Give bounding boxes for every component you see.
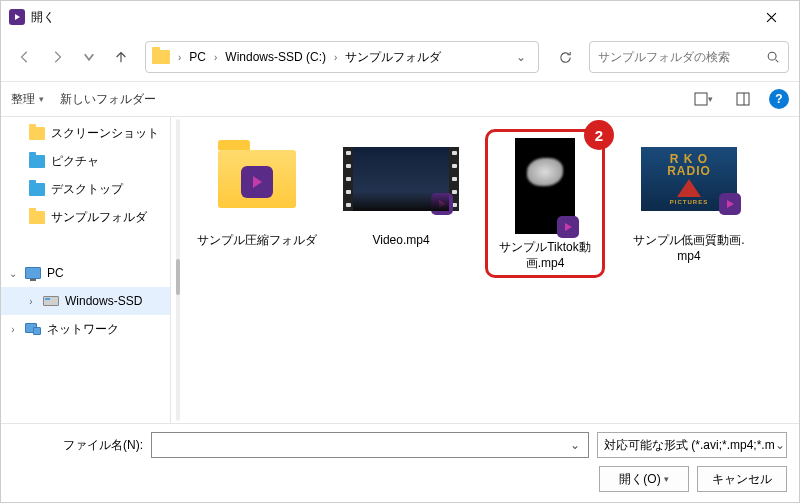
thumb-text: PICTURES — [670, 199, 708, 205]
up-button[interactable] — [107, 43, 135, 71]
recent-dropdown[interactable] — [75, 43, 103, 71]
arrow-left-icon — [18, 50, 32, 64]
cancel-button[interactable]: キャンセル — [697, 466, 787, 492]
expand-icon[interactable]: › — [7, 324, 19, 335]
file-tile-video[interactable]: Video.mp4 — [341, 129, 461, 249]
chevron-down-icon: ▾ — [39, 94, 44, 104]
expand-icon[interactable]: ⌄ — [7, 268, 19, 279]
sidebar-item-label: スクリーンショット — [51, 125, 159, 142]
sidebar-item-screenshots[interactable]: スクリーンショット — [1, 119, 170, 147]
file-pane[interactable]: サンプル圧縮フォルダ Video.mp4 2 サンプルTiktok動画.mp4 … — [171, 117, 799, 423]
help-icon: ? — [775, 92, 782, 106]
sidebar-item-network[interactable]: ›ネットワーク — [1, 315, 170, 343]
organize-label: 整理 — [11, 91, 35, 108]
thumb-text: RADIO — [667, 165, 711, 177]
help-button[interactable]: ? — [769, 89, 789, 109]
filename-input[interactable] — [156, 438, 566, 452]
svg-rect-2 — [737, 93, 749, 105]
main-area: スクリーンショット ピクチャ デスクトップ サンプルフォルダ ⌄PC ›Wind… — [1, 117, 799, 423]
svg-point-0 — [768, 52, 776, 60]
expand-icon[interactable]: › — [25, 296, 37, 307]
sidebar-item-label: サンプルフォルダ — [51, 209, 147, 226]
scrollbar-thumb[interactable] — [176, 259, 180, 295]
close-button[interactable] — [751, 3, 791, 31]
sidebar-item-windows-ssd[interactable]: ›Windows-SSD — [1, 287, 170, 315]
view-mode-button[interactable]: ▾ — [689, 85, 717, 113]
search-box[interactable] — [589, 41, 789, 73]
back-button[interactable] — [11, 43, 39, 71]
pc-icon — [25, 267, 41, 279]
footer: ファイル名(N): ⌄ 対応可能な形式 (*.avi;*.mp4;*.m ⌄ 開… — [1, 423, 799, 502]
drive-icon — [43, 296, 59, 306]
refresh-icon — [558, 50, 573, 65]
play-icon — [719, 193, 741, 215]
file-tile-lowres[interactable]: R K O RADIO PICTURES サンプル低画質動画.mp4 — [629, 129, 749, 264]
breadcrumb-seg-folder[interactable]: サンプルフォルダ — [341, 47, 445, 68]
nav-bar: › PC › Windows-SSD (C:) › サンプルフォルダ ⌄ — [1, 33, 799, 81]
app-icon — [9, 9, 25, 25]
sidebar-item-label: ピクチャ — [51, 153, 99, 170]
file-label: Video.mp4 — [341, 233, 461, 249]
video-thumbnail: R K O RADIO PICTURES — [641, 147, 737, 211]
filter-label: 対応可能な形式 (*.avi;*.mp4;*.m — [604, 437, 775, 454]
breadcrumb-dropdown[interactable]: ⌄ — [510, 50, 532, 64]
file-label: サンプル圧縮フォルダ — [197, 233, 317, 249]
folder-icon — [152, 50, 170, 64]
sidebar-item-sample-folder[interactable]: サンプルフォルダ — [1, 203, 170, 231]
file-label: サンプル低画質動画.mp4 — [629, 233, 749, 264]
preview-pane-button[interactable] — [729, 85, 757, 113]
sidebar-item-pictures[interactable]: ピクチャ — [1, 147, 170, 175]
sidebar: スクリーンショット ピクチャ デスクトップ サンプルフォルダ ⌄PC ›Wind… — [1, 117, 171, 423]
play-icon — [241, 166, 273, 198]
window-title: 開く — [31, 9, 55, 26]
search-icon — [766, 50, 780, 64]
open-label: 開く(O) — [619, 471, 660, 488]
network-icon — [25, 323, 41, 335]
breadcrumb[interactable]: › PC › Windows-SSD (C:) › サンプルフォルダ ⌄ — [145, 41, 539, 73]
folder-icon — [29, 127, 45, 140]
chevron-down-icon: ▾ — [708, 94, 713, 104]
open-button[interactable]: 開く(O)▾ — [599, 466, 689, 492]
svg-rect-1 — [695, 93, 707, 105]
chevron-right-icon: › — [176, 52, 183, 63]
chevron-down-icon: ⌄ — [775, 438, 785, 452]
arrow-right-icon — [50, 50, 64, 64]
folder-icon — [29, 211, 45, 224]
sidebar-item-label: デスクトップ — [51, 181, 123, 198]
cancel-label: キャンセル — [712, 471, 772, 488]
chevron-right-icon: › — [332, 52, 339, 63]
titlebar: 開く — [1, 1, 799, 33]
view-icon — [694, 92, 708, 106]
breadcrumb-seg-drive[interactable]: Windows-SSD (C:) — [221, 48, 330, 66]
file-tile-folder[interactable]: サンプル圧縮フォルダ — [197, 129, 317, 249]
sidebar-item-label: ネットワーク — [47, 321, 119, 338]
chevron-down-icon — [82, 50, 96, 64]
file-label: サンプルTiktok動画.mp4 — [492, 240, 598, 271]
forward-button[interactable] — [43, 43, 71, 71]
breadcrumb-seg-pc[interactable]: PC — [185, 48, 210, 66]
sidebar-item-pc[interactable]: ⌄PC — [1, 259, 170, 287]
pane-icon — [736, 92, 750, 106]
video-thumbnail — [353, 147, 449, 211]
sidebar-item-label: PC — [47, 266, 64, 280]
play-icon — [431, 193, 453, 215]
file-type-filter[interactable]: 対応可能な形式 (*.avi;*.mp4;*.m ⌄ — [597, 432, 787, 458]
filmstrip-icon — [343, 147, 353, 211]
new-folder-button[interactable]: 新しいフォルダー — [60, 91, 156, 108]
file-tile-tiktok[interactable]: 2 サンプルTiktok動画.mp4 — [485, 129, 605, 278]
search-input[interactable] — [598, 50, 766, 64]
sidebar-item-label: Windows-SSD — [65, 294, 142, 308]
close-icon — [766, 12, 777, 23]
triangle-icon — [677, 179, 701, 197]
organize-menu[interactable]: 整理 ▾ — [11, 91, 44, 108]
chevron-down-icon: ▾ — [664, 474, 669, 484]
new-folder-label: 新しいフォルダー — [60, 91, 156, 108]
folder-icon — [29, 183, 45, 196]
filename-field[interactable]: ⌄ — [151, 432, 589, 458]
sidebar-item-desktop[interactable]: デスクトップ — [1, 175, 170, 203]
chevron-right-icon: › — [212, 52, 219, 63]
filename-dropdown[interactable]: ⌄ — [566, 438, 584, 452]
scrollbar[interactable] — [171, 117, 185, 423]
refresh-button[interactable] — [549, 41, 581, 73]
toolbar: 整理 ▾ 新しいフォルダー ▾ ? — [1, 81, 799, 117]
